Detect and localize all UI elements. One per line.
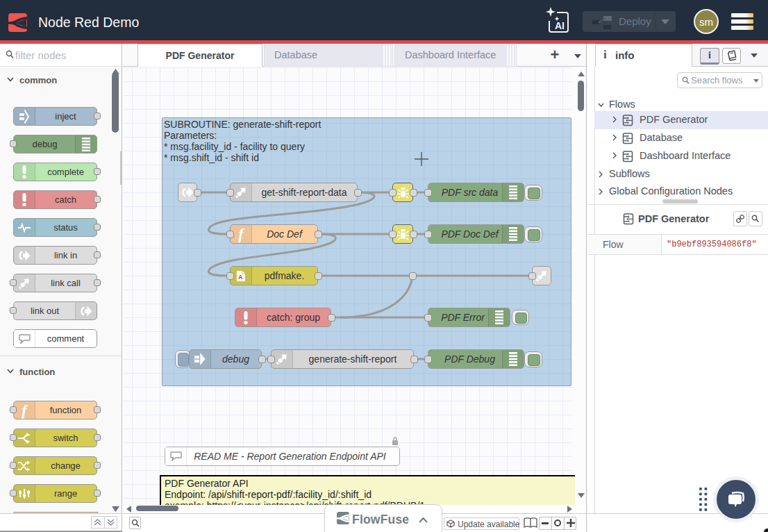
svg-text:AI: AI: [555, 20, 565, 31]
svg-text:A: A: [238, 274, 243, 281]
